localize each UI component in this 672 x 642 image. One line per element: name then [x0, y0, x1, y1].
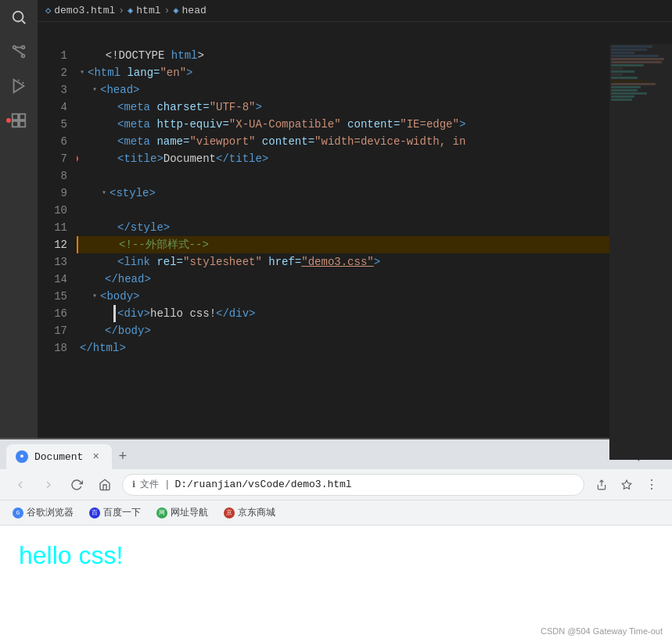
url-actions: ⋮: [591, 474, 663, 496]
collapse-arrow-9[interactable]: ▾: [102, 185, 106, 202]
bookmark-jd[interactable]: 京 京东商城: [217, 504, 282, 522]
code-token: "width=device-width, in: [314, 133, 465, 150]
hello-css-text: hello css!: [19, 541, 123, 569]
line-num-5: 5: [38, 116, 67, 133]
code-token: </title>: [216, 150, 268, 167]
code-line-18: </html>: [77, 339, 609, 357]
editor-container: ◇ demo3.html › ◈ html › ◈ head 1 2 3 4 5…: [0, 0, 672, 438]
forward-button[interactable]: [38, 474, 59, 496]
code-editor[interactable]: 1 2 3 4 5 6 7 8 9 10 11 12 13 14 15 16 1…: [38, 44, 609, 438]
code-line-15: ▾ <body>: [77, 288, 609, 305]
jd-favicon: 京: [224, 508, 235, 518]
bookmark-baidu-label: 百度一下: [103, 506, 141, 519]
code-token: </div>: [216, 305, 255, 322]
svg-point-3: [22, 55, 25, 58]
bookmark-google-label: 谷歌浏览器: [27, 506, 74, 519]
code-token: "stylesheet": [183, 253, 262, 271]
new-tab-button[interactable]: +: [112, 446, 134, 468]
refresh-button[interactable]: [66, 474, 88, 496]
code-token: "X-UA-Compatible": [229, 116, 341, 133]
extensions-icon[interactable]: [8, 109, 30, 131]
code-token: <style: [110, 185, 149, 202]
browser-menu-button[interactable]: ⋮: [641, 474, 663, 496]
svg-marker-15: [622, 480, 631, 489]
run-icon[interactable]: [8, 75, 30, 97]
bookmark-button[interactable]: [616, 474, 638, 496]
file-icon: ◇: [45, 5, 51, 16]
code-line-10: [77, 202, 609, 219]
code-token: >: [459, 116, 465, 133]
baidu-favicon: 百: [89, 508, 100, 518]
line-num-10: 10: [38, 202, 67, 219]
collapse-arrow-2[interactable]: ▾: [80, 64, 84, 81]
code-token: >: [133, 81, 139, 99]
line-num-6: 6: [38, 133, 67, 150]
code-token: <link: [117, 253, 150, 271]
line-num-15: 15: [38, 288, 67, 305]
line-num-3: 3: [38, 81, 67, 99]
line-num-1: 1: [38, 47, 67, 64]
line-num-18: 18: [38, 339, 67, 357]
code-line-17: </body>: [77, 322, 609, 339]
code-line-2: ▾ <html lang="en">: [77, 64, 609, 81]
tab-close-button[interactable]: ×: [89, 449, 102, 464]
breadcrumb-file[interactable]: demo3.html: [54, 5, 115, 16]
breadcrumb-head[interactable]: head: [182, 5, 207, 16]
line-num-11: 11: [38, 219, 67, 236]
code-token: >: [197, 47, 203, 64]
code-token: content=: [255, 133, 314, 150]
url-box[interactable]: ℹ 文件 | D:/ruanjian/vsCode/demo3.html: [122, 474, 584, 496]
code-token: </head>: [105, 271, 151, 288]
line-numbers: 1 2 3 4 5 6 7 8 9 10 11 12 13 14 15 16 1…: [38, 44, 77, 438]
bookmark-baidu[interactable]: 百 百度一下: [83, 504, 147, 522]
code-token: >: [255, 99, 261, 116]
code-token: <title>: [117, 150, 164, 167]
code-token: >: [186, 64, 192, 81]
search-icon[interactable]: [8, 6, 30, 28]
url-path: D:/ruanjian/vsCode/demo3.html: [174, 479, 351, 490]
bookmark-google[interactable]: G 谷歌浏览器: [6, 504, 80, 522]
code-line-1: <!DOCTYPE html>: [77, 47, 609, 64]
code-line-8: [77, 167, 609, 185]
minimap[interactable]: [609, 44, 672, 460]
code-line-13: <link rel="stylesheet" href="demo3.css">: [77, 253, 609, 271]
code-token: >: [149, 185, 155, 202]
line-num-16: 16: [38, 305, 67, 322]
bookmark-webdir[interactable]: 网 网址导航: [150, 504, 214, 522]
url-info-icon: ℹ: [132, 479, 135, 490]
code-token: "viewport": [189, 133, 255, 150]
bookmark-jd-label: 京东商城: [238, 506, 275, 519]
code-token: <meta: [117, 99, 150, 116]
code-token: <!--外部样式-->: [119, 236, 209, 253]
code-line-16: <div>hello css!</div>: [77, 305, 609, 322]
code-line-4: <meta charset="UTF-8">: [77, 99, 609, 116]
code-token: <head: [100, 81, 133, 99]
line-num-9: 9: [38, 185, 67, 202]
google-favicon: G: [13, 508, 23, 518]
browser-tab-active[interactable]: ● Document ×: [6, 444, 112, 469]
back-button[interactable]: [9, 474, 31, 496]
code-token: </style>: [117, 219, 170, 236]
collapse-arrow-15[interactable]: ▾: [92, 288, 97, 305]
line-num-14: 14: [38, 271, 67, 288]
collapse-arrow-3[interactable]: ▾: [92, 81, 97, 99]
svg-line-6: [15, 48, 23, 54]
share-button[interactable]: [591, 474, 613, 496]
code-line-7: <title>Document</title>: [77, 150, 609, 167]
code-token: <html: [88, 64, 120, 81]
code-line-3: ▾ <head>: [77, 81, 609, 99]
code-token: "IE=edge": [400, 116, 459, 133]
minimap-content: [609, 44, 672, 103]
code-line-11: </style>: [77, 219, 609, 236]
svg-point-0: [13, 12, 23, 22]
code-token: <meta: [117, 133, 150, 150]
code-token: "demo3.css": [301, 253, 373, 271]
home-button[interactable]: [94, 474, 116, 496]
svg-rect-13: [20, 121, 25, 127]
code-content[interactable]: <!DOCTYPE html> ▾ <html lang="en"> ▾ <he…: [77, 44, 609, 438]
source-control-icon[interactable]: [8, 41, 30, 63]
svg-line-9: [23, 82, 24, 83]
browser-tabs: ● Document × + ⌄ —: [0, 439, 672, 469]
breadcrumb-html[interactable]: html: [136, 5, 160, 16]
browser-container: ● Document × + ⌄ — ℹ 文件 | D:/ruanjian/vs…: [0, 438, 672, 642]
